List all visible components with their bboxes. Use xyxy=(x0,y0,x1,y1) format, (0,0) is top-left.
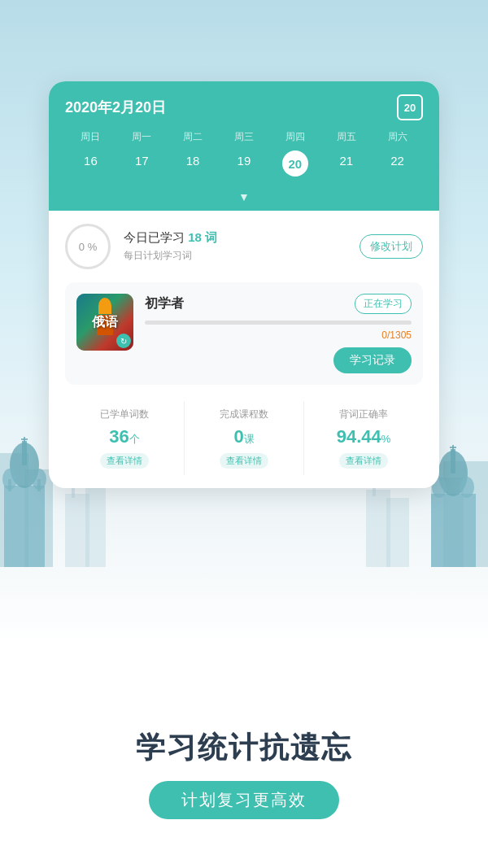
date-19[interactable]: 19 xyxy=(218,150,269,177)
course-cover[interactable]: 俄语 ↻ xyxy=(76,294,133,351)
stat-courses-link[interactable]: 查看详情 xyxy=(220,453,268,469)
weekday-mon: 周一 xyxy=(116,130,168,144)
bottom-section: 学习统计抗遗忘 计划复习更高效 xyxy=(0,728,488,819)
course-section: 俄语 ↻ 初学者 正在学习 0/1305 学习记录 xyxy=(65,282,423,385)
weekday-thu: 周四 xyxy=(269,130,320,144)
course-details: 初学者 正在学习 0/1305 学习记录 xyxy=(145,294,412,373)
stat-words-label: 已学单词数 xyxy=(68,408,181,421)
sub-slogan: 计划复习更高效 xyxy=(149,781,339,819)
stat-words-value: 36个 xyxy=(68,426,181,447)
course-cover-label: 俄语 xyxy=(92,314,118,331)
svg-rect-10 xyxy=(37,479,41,491)
dates-row: 16 17 18 19 20 21 22 xyxy=(65,150,423,186)
stat-accuracy-link[interactable]: 查看详情 xyxy=(339,453,388,469)
stat-accuracy-value: 94.44% xyxy=(307,426,420,447)
header-top-row: 2020年2月20日 20 xyxy=(65,94,423,120)
svg-rect-21 xyxy=(85,486,106,567)
card-body: 0 % 今日已学习 18 词 每日计划学习词 修改计划 xyxy=(49,211,439,488)
stat-words-link[interactable]: 查看详情 xyxy=(100,453,149,469)
course-name: 初学者 xyxy=(145,295,184,312)
svg-rect-15 xyxy=(451,449,455,473)
weekday-wed: 周三 xyxy=(219,130,270,144)
stats-section: 已学单词数 36个 查看详情 完成课程数 0课 查看详情 背词正确率 94.44… xyxy=(65,398,423,475)
circle-progress: 0 % xyxy=(65,224,111,269)
svg-rect-2 xyxy=(4,486,45,567)
svg-rect-13 xyxy=(431,494,476,567)
studying-badge: 正在学习 xyxy=(355,294,412,314)
date-21[interactable]: 21 xyxy=(320,150,372,177)
svg-rect-23 xyxy=(386,498,409,567)
main-slogan: 学习统计抗遗忘 xyxy=(0,728,488,768)
study-today-row: 0 % 今日已学习 18 词 每日计划学习词 修改计划 xyxy=(65,224,423,269)
study-subtitle: 每日计划学习词 xyxy=(124,249,359,263)
calendar-icon[interactable]: 20 xyxy=(397,94,423,120)
circle-percent-text: 0 % xyxy=(79,241,97,253)
study-title-prefix: 今日已学习 xyxy=(124,230,185,244)
weekday-tue: 周二 xyxy=(168,130,219,144)
study-word-count: 18 词 xyxy=(188,230,217,244)
chevron-down-icon: ▼ xyxy=(238,190,250,203)
course-top-row: 初学者 正在学习 xyxy=(145,294,412,314)
stat-words-unit: 个 xyxy=(129,433,140,445)
study-info: 今日已学习 18 词 每日计划学习词 xyxy=(124,230,359,263)
stat-accuracy: 背词正确率 94.44% 查看详情 xyxy=(304,401,423,475)
card-header: 2020年2月20日 20 周日 周一 周二 周三 周四 周五 周六 16 17… xyxy=(49,81,439,211)
svg-rect-9 xyxy=(8,479,11,491)
stat-courses-value: 0课 xyxy=(188,426,300,447)
svg-point-19 xyxy=(460,477,474,498)
weekday-sun: 周日 xyxy=(65,130,116,144)
date-16[interactable]: 16 xyxy=(65,150,116,177)
progress-count: 0/1305 xyxy=(145,329,412,341)
progress-bar-container xyxy=(145,321,412,325)
date-20-active[interactable]: 20 xyxy=(282,150,308,177)
modify-plan-button[interactable]: 修改计划 xyxy=(359,234,423,259)
weekdays-row: 周日 周一 周二 周三 周四 周五 周六 xyxy=(65,130,423,144)
date-22[interactable]: 22 xyxy=(372,150,423,177)
stat-accuracy-unit: % xyxy=(381,433,391,445)
stat-accuracy-label: 背词正确率 xyxy=(307,408,420,421)
course-refresh-icon[interactable]: ↻ xyxy=(116,334,131,348)
svg-rect-4 xyxy=(22,441,27,465)
main-card: 2020年2月20日 20 周日 周一 周二 周三 周四 周五 周六 16 17… xyxy=(49,81,439,488)
stat-courses: 完成课程数 0课 查看详情 xyxy=(185,401,304,475)
date-18[interactable]: 18 xyxy=(168,150,219,177)
course-inner: 俄语 ↻ 初学者 正在学习 0/1305 学习记录 xyxy=(76,294,412,373)
study-today-title: 今日已学习 18 词 xyxy=(124,230,359,246)
stat-words: 已学单词数 36个 查看详情 xyxy=(65,401,185,475)
study-record-button[interactable]: 学习记录 xyxy=(333,347,412,373)
stat-courses-unit: 课 xyxy=(244,433,255,445)
weekday-fri: 周五 xyxy=(320,130,372,144)
stat-courses-label: 完成课程数 xyxy=(188,408,300,421)
date-title: 2020年2月20日 xyxy=(65,98,166,117)
date-17[interactable]: 17 xyxy=(116,150,168,177)
chevron-down[interactable]: ▼ xyxy=(65,186,423,211)
weekday-sat: 周六 xyxy=(372,130,423,144)
